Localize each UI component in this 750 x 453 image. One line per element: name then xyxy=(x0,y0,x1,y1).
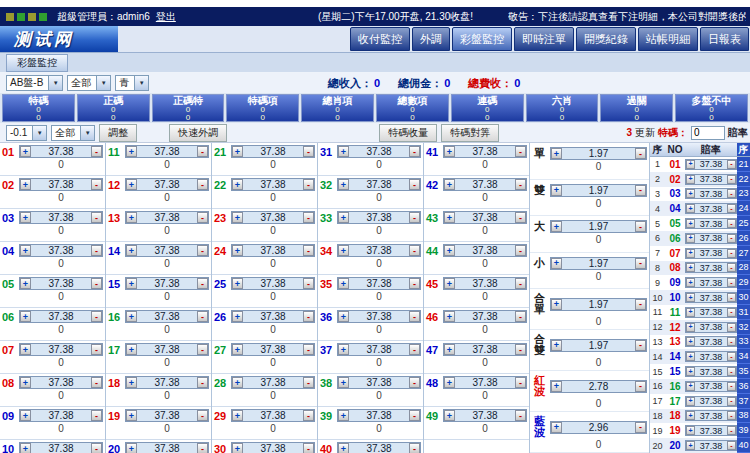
adjust-button[interactable]: 調整 xyxy=(99,124,137,142)
odds-decrease-button[interactable]: - xyxy=(303,410,314,421)
color-select[interactable]: 青 ▼ xyxy=(115,75,149,91)
odds-increase-button[interactable]: + xyxy=(232,245,243,256)
odds-decrease-button[interactable]: - xyxy=(727,249,736,258)
odds-increase-button[interactable]: + xyxy=(444,377,455,388)
odds-increase-button[interactable]: + xyxy=(444,212,455,223)
odds-decrease-button[interactable]: - xyxy=(515,410,526,421)
odds-increase-button[interactable]: + xyxy=(232,410,243,421)
odds-increase-button[interactable]: + xyxy=(551,422,562,433)
odds-decrease-button[interactable]: - xyxy=(727,441,736,450)
odds-decrease-button[interactable]: - xyxy=(91,443,102,453)
special-code-input[interactable] xyxy=(691,126,725,140)
odds-decrease-button[interactable]: - xyxy=(409,179,420,190)
odds-increase-button[interactable]: + xyxy=(232,377,243,388)
odds-increase-button[interactable]: + xyxy=(686,426,695,435)
odds-increase-button[interactable]: + xyxy=(338,179,349,190)
odds-decrease-button[interactable]: - xyxy=(727,323,736,332)
odds-increase-button[interactable]: + xyxy=(686,441,695,450)
tab-開獎紀錄[interactable]: 開獎紀錄 xyxy=(576,27,636,51)
odds-decrease-button[interactable]: - xyxy=(409,146,420,157)
odds-increase-button[interactable]: + xyxy=(551,185,562,196)
odds-increase-button[interactable]: + xyxy=(686,323,695,332)
odds-increase-button[interactable]: + xyxy=(686,249,695,258)
odds-increase-button[interactable]: + xyxy=(232,146,243,157)
odds-increase-button[interactable]: + xyxy=(338,146,349,157)
odds-increase-button[interactable]: + xyxy=(338,278,349,289)
odds-decrease-button[interactable]: - xyxy=(91,212,102,223)
odds-increase-button[interactable]: + xyxy=(686,219,695,228)
odds-decrease-button[interactable]: - xyxy=(91,377,102,388)
odds-decrease-button[interactable]: - xyxy=(727,337,736,346)
odds-increase-button[interactable]: + xyxy=(551,299,562,310)
odds-decrease-button[interactable]: - xyxy=(635,148,646,159)
tab-站帳明細[interactable]: 站帳明細 xyxy=(638,27,698,51)
odds-increase-button[interactable]: + xyxy=(338,212,349,223)
board-select[interactable]: AB盤-B ▼ xyxy=(6,75,63,91)
odds-decrease-button[interactable]: - xyxy=(91,278,102,289)
odds-increase-button[interactable]: + xyxy=(20,146,31,157)
odds-decrease-button[interactable]: - xyxy=(727,293,736,302)
odds-decrease-button[interactable]: - xyxy=(303,146,314,157)
odds-decrease-button[interactable]: - xyxy=(197,179,208,190)
odds-increase-button[interactable]: + xyxy=(338,245,349,256)
odds-increase-button[interactable]: + xyxy=(686,337,695,346)
odds-decrease-button[interactable]: - xyxy=(727,397,736,406)
odds-decrease-button[interactable]: - xyxy=(197,410,208,421)
odds-decrease-button[interactable]: - xyxy=(727,352,736,361)
odds-increase-button[interactable]: + xyxy=(338,443,349,453)
odds-decrease-button[interactable]: - xyxy=(515,377,526,388)
odds-decrease-button[interactable]: - xyxy=(303,344,314,355)
odds-decrease-button[interactable]: - xyxy=(303,212,314,223)
odds-increase-button[interactable]: + xyxy=(338,344,349,355)
odds-decrease-button[interactable]: - xyxy=(515,146,526,157)
odds-increase-button[interactable]: + xyxy=(126,410,137,421)
odds-decrease-button[interactable]: - xyxy=(635,299,646,310)
odds-decrease-button[interactable]: - xyxy=(727,175,736,184)
odds-increase-button[interactable]: + xyxy=(686,411,695,420)
odds-decrease-button[interactable]: - xyxy=(303,278,314,289)
odds-increase-button[interactable]: + xyxy=(20,179,31,190)
tab-日報表[interactable]: 日報表 xyxy=(700,27,749,51)
odds-increase-button[interactable]: + xyxy=(686,352,695,361)
odds-increase-button[interactable]: + xyxy=(686,234,695,243)
odds-increase-button[interactable]: + xyxy=(686,189,695,198)
odds-decrease-button[interactable]: - xyxy=(91,311,102,322)
odds-decrease-button[interactable]: - xyxy=(303,179,314,190)
odds-increase-button[interactable]: + xyxy=(551,381,562,392)
control-scope-select[interactable]: 全部 ▼ xyxy=(51,125,95,141)
odds-increase-button[interactable]: + xyxy=(126,146,137,157)
tab-彩盤監控[interactable]: 彩盤監控 xyxy=(452,27,512,51)
odds-decrease-button[interactable]: - xyxy=(409,377,420,388)
logout-link[interactable]: 登出 xyxy=(156,10,176,24)
odds-increase-button[interactable]: + xyxy=(20,212,31,223)
odds-increase-button[interactable]: + xyxy=(686,308,695,317)
odds-decrease-button[interactable]: - xyxy=(727,160,736,169)
odds-increase-button[interactable]: + xyxy=(444,344,455,355)
odds-decrease-button[interactable]: - xyxy=(91,344,102,355)
odds-increase-button[interactable]: + xyxy=(686,175,695,184)
odds-decrease-button[interactable]: - xyxy=(515,212,526,223)
odds-decrease-button[interactable]: - xyxy=(197,278,208,289)
odds-decrease-button[interactable]: - xyxy=(409,410,420,421)
odds-decrease-button[interactable]: - xyxy=(515,311,526,322)
odds-increase-button[interactable]: + xyxy=(20,443,31,453)
odds-increase-button[interactable]: + xyxy=(338,377,349,388)
step-select[interactable]: -0.1 ▼ xyxy=(6,125,47,141)
odds-increase-button[interactable]: + xyxy=(20,410,31,421)
odds-increase-button[interactable]: + xyxy=(338,410,349,421)
odds-increase-button[interactable]: + xyxy=(232,179,243,190)
odds-increase-button[interactable]: + xyxy=(126,278,137,289)
odds-increase-button[interactable]: + xyxy=(126,377,137,388)
odds-decrease-button[interactable]: - xyxy=(727,382,736,391)
special-offset-button[interactable]: 特碼對筭 xyxy=(441,124,499,142)
odds-decrease-button[interactable]: - xyxy=(409,212,420,223)
odds-increase-button[interactable]: + xyxy=(20,245,31,256)
odds-decrease-button[interactable]: - xyxy=(303,443,314,453)
odds-increase-button[interactable]: + xyxy=(686,293,695,302)
special-volume-button[interactable]: 特碼收量 xyxy=(379,124,437,142)
scope-select[interactable]: 全部 ▼ xyxy=(67,75,111,91)
odds-increase-button[interactable]: + xyxy=(551,221,562,232)
odds-decrease-button[interactable]: - xyxy=(635,185,646,196)
odds-increase-button[interactable]: + xyxy=(444,179,455,190)
odds-increase-button[interactable]: + xyxy=(551,258,562,269)
